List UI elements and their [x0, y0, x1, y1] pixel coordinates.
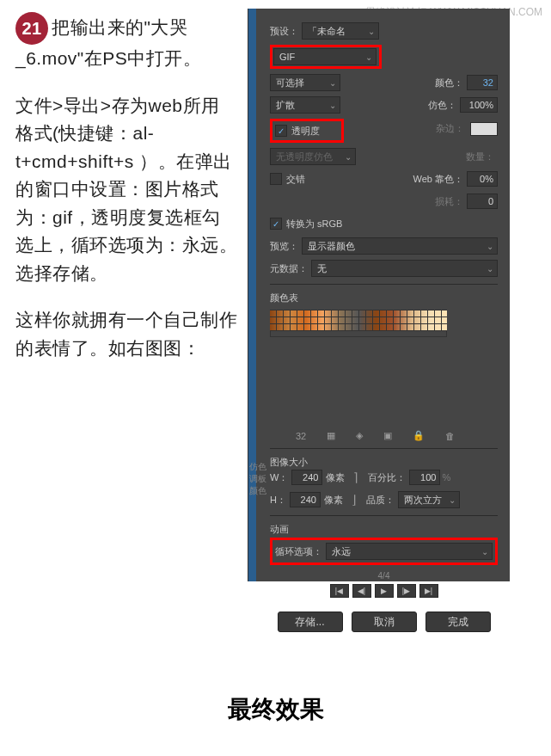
preset-dropdown[interactable]: 「未命名 — [302, 22, 379, 40]
srgb-label: 转换为 sRGB — [286, 218, 342, 230]
width-label: W： — [270, 471, 288, 484]
percent-input[interactable]: 100 — [409, 470, 440, 485]
transparency-checkbox[interactable] — [275, 125, 287, 137]
height-input[interactable]: 240 — [290, 492, 321, 507]
websnap-input[interactable]: 0% — [467, 171, 498, 187]
height-label: H： — [270, 494, 286, 507]
color-swatches[interactable] — [270, 310, 447, 330]
animation-label: 动画 — [270, 523, 494, 536]
width-input[interactable]: 240 — [291, 470, 322, 485]
dither-input[interactable]: 100% — [460, 97, 498, 113]
link-icon-2[interactable]: ⌋ — [352, 493, 356, 507]
interlace-label: 交错 — [286, 173, 305, 186]
format-dropdown[interactable]: GIF — [273, 48, 377, 65]
color-swatches-2[interactable] — [270, 330, 447, 337]
selectable-dropdown[interactable]: 可选择 — [270, 74, 340, 91]
color-table-label: 颜色表 — [270, 292, 494, 304]
percent-label: 百分比： — [368, 471, 406, 484]
color-label: 颜色： — [435, 77, 463, 89]
matte-label: 杂边： — [436, 123, 464, 133]
metadata-dropdown[interactable]: 无 — [311, 260, 498, 277]
color-input[interactable]: 32 — [467, 75, 498, 90]
link-icon[interactable]: ⌉ — [353, 470, 358, 484]
save-button[interactable]: 存储... — [278, 612, 343, 632]
first-frame-button[interactable]: |◀ — [330, 584, 349, 598]
quality-dropdown[interactable]: 两次立方 — [398, 491, 460, 508]
swatch-count: 32 — [296, 431, 306, 441]
lock-icon[interactable]: 🔒 — [413, 430, 425, 441]
matte-swatch[interactable] — [470, 122, 498, 136]
side-labels: 仿色 调板 颜色 — [249, 461, 266, 497]
amount-label: 数量： — [466, 151, 494, 163]
loop-highlight: 循环选项： 永远 — [270, 538, 498, 565]
lossy-input[interactable]: 0 — [467, 194, 498, 209]
play-button[interactable]: ▶ — [375, 584, 394, 598]
cancel-button[interactable]: 取消 — [352, 612, 417, 632]
loop-dropdown[interactable]: 永远 — [326, 543, 493, 560]
tool-icon-2[interactable]: ◈ — [356, 430, 363, 441]
dither-label: 仿色： — [428, 99, 456, 112]
done-button[interactable]: 完成 — [425, 612, 491, 632]
srgb-checkbox[interactable] — [270, 218, 282, 230]
interlace-checkbox[interactable] — [270, 173, 282, 185]
frame-counter: 4/4 — [378, 571, 390, 581]
quality-label: 品质： — [366, 494, 395, 507]
transparency-label: 透明度 — [291, 125, 320, 138]
metadata-label: 元数据： — [270, 262, 308, 275]
image-size-label: 图像大小 — [270, 456, 494, 469]
preview-label: 预览： — [270, 240, 298, 253]
paragraph-2: 文件>导出>存为web所用格式(快捷键：al-t+cmd+shift+s ）。在… — [15, 92, 237, 288]
format-highlight: GIF — [270, 45, 382, 69]
tool-icon-3[interactable]: ▣ — [383, 430, 392, 441]
websnap-label: Web 靠色： — [413, 173, 463, 186]
tool-icon[interactable]: ▦ — [327, 430, 335, 441]
paragraph-3: 这样你就拥有一个自己制作的表情了。如右图图： — [15, 306, 237, 362]
final-effect-title: 最终效果 — [0, 693, 551, 726]
lossy-label: 损耗： — [435, 195, 463, 208]
no-trans-dither-dropdown[interactable]: 无透明度仿色 — [270, 148, 356, 165]
photoshop-panel: 预设： 「未命名 GIF 可选择 颜色： 32 扩散 仿色： 100% — [248, 9, 510, 581]
prev-frame-button[interactable]: ◀| — [352, 584, 371, 598]
transparency-highlight: 透明度 — [270, 119, 344, 143]
last-frame-button[interactable]: ▶| — [419, 584, 438, 598]
next-frame-button[interactable]: |▶ — [397, 584, 416, 598]
preview-dropdown[interactable]: 显示器颜色 — [302, 237, 498, 255]
preset-label: 预设： — [270, 25, 298, 38]
step-number-badge: 21 — [15, 12, 48, 45]
loop-label: 循环选项： — [275, 545, 322, 558]
trash-icon[interactable]: 🗑 — [445, 431, 455, 441]
diffuse-dropdown[interactable]: 扩散 — [270, 96, 340, 114]
instruction-text: 21把输出来的"大哭_6.mov"在PS中打开。 文件>导出>存为web所用格式… — [15, 9, 248, 581]
